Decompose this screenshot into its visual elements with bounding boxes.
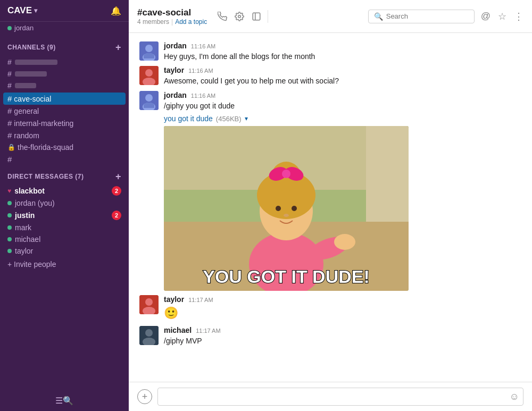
channels-label: CHANNELS (9): [7, 44, 56, 51]
message-text: Awesome, could I get you to help me out …: [164, 76, 521, 86]
channel-hash-icon: #: [7, 94, 12, 103]
dm-item-mark[interactable]: mark: [0, 222, 129, 233]
dm-item-taylor[interactable]: taylor: [0, 245, 129, 257]
dm-status-dot: [7, 225, 12, 230]
search-input[interactable]: [386, 12, 461, 20]
message-content: taylor 11:16 AM Awesome, could I get you…: [164, 66, 521, 86]
message-text: /giphy MVP: [164, 335, 521, 346]
dm-section-header: DIRECT MESSAGES (7) +: [0, 165, 129, 184]
add-dm-button[interactable]: +: [115, 172, 121, 181]
channel-name-label: random: [14, 131, 39, 140]
channel-name: #cave-social: [137, 7, 207, 18]
channel-item-internal-marketing[interactable]: # internal-marketing: [0, 117, 129, 129]
message-row: taylor 11:17 AM 🙂: [139, 295, 521, 322]
avatar: [139, 41, 159, 61]
message-row: jordan 11:16 AM Hey guys, I'm done all t…: [139, 41, 521, 62]
more-icon[interactable]: ⋮: [514, 11, 523, 22]
message-input-area: + ☺: [129, 382, 532, 411]
svg-point-0: [238, 15, 241, 18]
search-bar[interactable]: 🔍: [368, 10, 475, 23]
message-time: 11:16 AM: [191, 43, 215, 49]
channel-name-label: internal-marketing: [14, 119, 73, 128]
message-author: taylor: [164, 295, 184, 304]
gif-attachment: you got it dude (456KB) ▾: [164, 114, 521, 291]
slackbot-icon: ♥: [7, 187, 11, 195]
blurred-channel-3[interactable]: #: [7, 82, 121, 89]
message-author: jordan: [164, 91, 187, 99]
dm-name: michael: [15, 235, 40, 244]
messages-area: jordan 11:16 AM Hey guys, I'm done all t…: [129, 33, 532, 382]
svg-rect-14: [366, 126, 409, 232]
sidebar-footer: ☰🔍: [0, 390, 129, 411]
phone-icon[interactable]: [218, 12, 227, 21]
message-time: 11:16 AM: [191, 93, 215, 99]
workspace-name[interactable]: CAVE ▾: [7, 5, 37, 16]
message-time: 11:17 AM: [196, 328, 220, 334]
svg-point-31: [145, 298, 153, 306]
channel-item-random[interactable]: # random: [0, 129, 129, 141]
blurred-channel-1[interactable]: #: [7, 58, 121, 66]
workspace-title: CAVE: [7, 5, 32, 16]
channel-meta: 4 members | Add a topic: [137, 18, 207, 26]
dm-badge: 2: [112, 211, 121, 220]
dm-status-dot: [7, 213, 12, 217]
add-topic-link[interactable]: Add a topic: [175, 18, 207, 26]
search-icon: 🔍: [374, 12, 383, 21]
avatar: [139, 66, 159, 85]
dm-item-michael[interactable]: michael: [0, 233, 129, 245]
member-count: 4 members: [137, 18, 169, 26]
dm-item-jordan[interactable]: jordan (you): [0, 197, 129, 209]
sidebar: CAVE ▾ 🔔 jordan CHANNELS (9) + # # # #: [0, 0, 129, 411]
channel-item-cave-social[interactable]: # cave-social: [3, 93, 126, 105]
add-channel-button[interactable]: +: [115, 43, 121, 52]
blurred-channel-2[interactable]: #: [7, 70, 121, 78]
channel-item-general[interactable]: # general: [0, 105, 129, 117]
dm-item-justin[interactable]: justin 2: [0, 209, 129, 222]
gif-dropdown-icon[interactable]: ▾: [245, 115, 248, 122]
channel-header: #cave-social 4 members | Add a topic 🔍: [129, 0, 532, 33]
emoji-button[interactable]: ☺: [510, 391, 519, 402]
svg-point-28: [334, 234, 355, 250]
add-attachment-button[interactable]: +: [137, 389, 152, 404]
at-icon[interactable]: @: [481, 11, 491, 22]
blurred-channels: # # #: [0, 55, 129, 93]
message-content: taylor 11:17 AM 🙂: [164, 295, 521, 322]
star-icon[interactable]: ☆: [498, 11, 506, 22]
gif-image: YOU GOT IT DUDE!: [164, 126, 409, 291]
message-text: Hey guys, I'm done all the blogs for the…: [164, 51, 521, 62]
panel-icon[interactable]: [252, 12, 261, 21]
svg-point-34: [145, 329, 153, 337]
message-row: michael 11:17 AM /giphy MVP: [139, 326, 521, 346]
message-time: 11:16 AM: [188, 68, 213, 74]
svg-point-10: [145, 94, 153, 102]
meta-separator: |: [171, 18, 173, 26]
gif-link[interactable]: you got it dude: [164, 114, 213, 123]
svg-point-5: [143, 53, 155, 61]
channel-name-label: cave-social: [14, 95, 51, 103]
dm-name: taylor: [15, 247, 33, 255]
avatar: [139, 326, 159, 345]
bell-icon[interactable]: 🔔: [111, 6, 121, 16]
avatar: [139, 295, 159, 314]
channel-item-florida-squad[interactable]: 🔒 the-florida-squad: [0, 141, 129, 153]
invite-label: + Invite people: [7, 260, 56, 269]
svg-text:YOU GOT IT DUDE!: YOU GOT IT DUDE!: [203, 266, 370, 287]
dm-label: DIRECT MESSAGES (7): [7, 173, 84, 180]
menu-search-icon[interactable]: ☰🔍: [55, 396, 73, 406]
message-row: jordan 11:16 AM /giphy you got it dude y…: [139, 91, 521, 291]
dm-item-slackbot[interactable]: ♥ slackbot 2: [0, 184, 129, 197]
svg-point-23: [282, 170, 290, 178]
message-author: taylor: [164, 66, 184, 74]
current-user-name: jordan: [14, 24, 34, 32]
invite-people-button[interactable]: + Invite people: [0, 257, 129, 272]
dm-status-dot: [7, 237, 12, 241]
channel-item-extra[interactable]: #: [0, 153, 129, 165]
message-input[interactable]: [157, 388, 523, 406]
message-input-wrapper: ☺: [157, 388, 523, 406]
dm-status-dot: [7, 201, 12, 205]
dm-badge: 2: [112, 186, 121, 196]
avatar: [139, 91, 159, 110]
dm-status-dot: [7, 249, 12, 253]
settings-icon[interactable]: [235, 12, 244, 21]
channel-name-label: the-florida-squad: [18, 143, 73, 152]
